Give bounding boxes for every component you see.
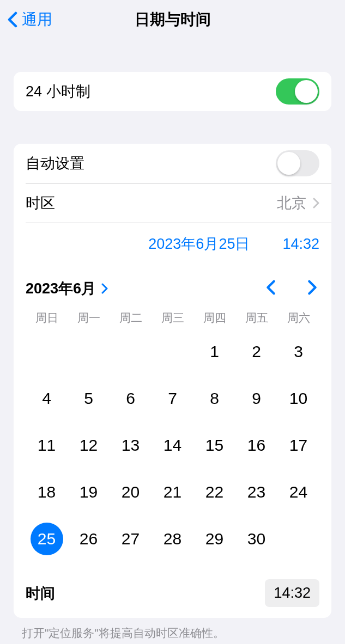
day-cell[interactable]: 24: [277, 476, 319, 508]
day-cell[interactable]: 23: [235, 476, 277, 508]
chevron-right-icon: [101, 283, 108, 294]
day-cell[interactable]: 2: [235, 335, 277, 368]
day-cell[interactable]: 25: [26, 523, 68, 555]
day-empty: [110, 335, 152, 368]
day-cell[interactable]: 3: [277, 335, 319, 368]
day-cell[interactable]: 26: [68, 523, 110, 555]
auto-set-toggle[interactable]: [276, 150, 319, 176]
day-cell[interactable]: 1: [193, 335, 235, 368]
timezone-label: 时区: [26, 193, 55, 213]
next-month-button[interactable]: [305, 278, 319, 299]
page-title: 日期与时间: [135, 9, 211, 30]
prev-month-button[interactable]: [264, 278, 278, 299]
back-label: 通用: [22, 9, 52, 30]
day-cell[interactable]: 30: [235, 523, 277, 555]
twentyfour-hour-label: 24 小时制: [26, 82, 90, 101]
day-cell[interactable]: 28: [152, 523, 193, 555]
month-label: 2023年6月: [26, 279, 96, 298]
weekday-label: 周六: [277, 310, 319, 326]
day-cell[interactable]: 19: [68, 476, 110, 508]
footnote: 打开"定位服务"将提高自动时区准确性。: [22, 625, 323, 641]
month-selector[interactable]: 2023年6月: [26, 279, 108, 298]
time-picker[interactable]: 14:32: [282, 236, 319, 253]
day-cell[interactable]: 12: [68, 429, 110, 462]
auto-set-label: 自动设置: [26, 154, 84, 173]
day-empty: [26, 335, 68, 368]
date-picker[interactable]: 2023年6月25日: [148, 234, 250, 254]
chevron-left-icon: [266, 280, 276, 295]
toggle-knob: [277, 152, 300, 175]
weekday-label: 周三: [152, 310, 193, 326]
date-time-row: 2023年6月25日 14:32: [14, 223, 331, 265]
weekday-label: 周日: [26, 310, 68, 326]
day-cell[interactable]: 16: [235, 429, 277, 462]
toggle-knob: [295, 80, 318, 103]
weekday-label: 周一: [68, 310, 110, 326]
day-cell[interactable]: 13: [110, 429, 152, 462]
time-value-button[interactable]: 14:32: [265, 579, 319, 607]
time-row: 时间 14:32: [14, 567, 331, 618]
day-cell[interactable]: 7: [152, 382, 193, 415]
timezone-value: 北京: [277, 193, 306, 213]
day-cell[interactable]: 20: [110, 476, 152, 508]
calendar: 2023年6月 周日周一周二周三周四周五周六 12345678: [14, 265, 331, 567]
day-cell[interactable]: 15: [193, 429, 235, 462]
chevron-right-icon: [307, 280, 317, 295]
twentyfour-hour-toggle[interactable]: [276, 78, 319, 105]
twentyfour-hour-row: 24 小时制: [14, 72, 331, 111]
back-button[interactable]: 通用: [8, 9, 52, 30]
day-cell[interactable]: 14: [152, 429, 193, 462]
day-cell[interactable]: 22: [193, 476, 235, 508]
day-cell[interactable]: 29: [193, 523, 235, 555]
time-label: 时间: [26, 584, 55, 603]
day-cell[interactable]: 11: [26, 429, 68, 462]
day-cell[interactable]: 4: [26, 382, 68, 415]
weekday-label: 周四: [193, 310, 235, 326]
day-cell[interactable]: 27: [110, 523, 152, 555]
day-cell[interactable]: 9: [235, 382, 277, 415]
chevron-right-icon: [313, 198, 319, 208]
day-cell[interactable]: 17: [277, 429, 319, 462]
chevron-left-icon: [8, 11, 17, 28]
day-cell[interactable]: 5: [68, 382, 110, 415]
weekday-label: 周二: [110, 310, 152, 326]
day-cell[interactable]: 6: [110, 382, 152, 415]
timezone-row[interactable]: 时区 北京: [14, 183, 331, 223]
auto-set-row: 自动设置: [14, 144, 331, 183]
day-empty: [68, 335, 110, 368]
day-cell[interactable]: 21: [152, 476, 193, 508]
day-cell[interactable]: 8: [193, 382, 235, 415]
day-cell[interactable]: 18: [26, 476, 68, 508]
day-empty: [152, 335, 193, 368]
weekday-label: 周五: [235, 310, 277, 326]
day-cell[interactable]: 10: [277, 382, 319, 415]
